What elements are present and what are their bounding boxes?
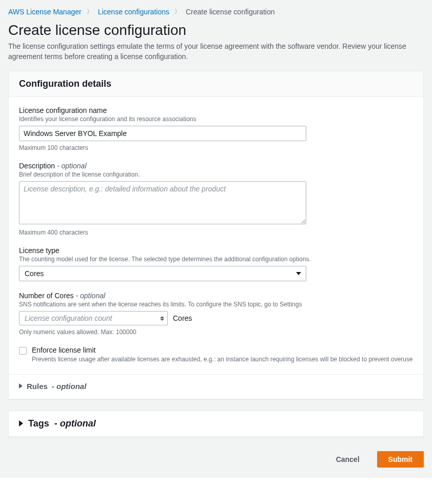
- field-number-cores: Number of Cores - optional SNS notificat…: [19, 292, 413, 336]
- license-type-hint: The counting model used for the license.…: [19, 256, 413, 263]
- page-description: The license configuration settings emula…: [8, 42, 424, 62]
- configuration-details-panel: Configuration details License configurat…: [8, 71, 424, 399]
- breadcrumb-root-link[interactable]: AWS License Manager: [8, 8, 82, 16]
- license-name-constraint: Maximum 100 characters: [19, 144, 413, 151]
- caret-right-icon: [19, 420, 23, 427]
- license-name-label: License configuration name: [19, 106, 413, 114]
- chevron-right-icon: 〉: [174, 7, 181, 16]
- cores-constraint: Only numeric values allowed. Max: 100000: [19, 328, 413, 336]
- field-description: Description - optional Brief description…: [19, 162, 413, 236]
- description-textarea[interactable]: [19, 181, 306, 224]
- number-stepper-icon[interactable]: [160, 316, 164, 321]
- license-type-selected-value: Cores: [19, 266, 306, 281]
- panel-title: Configuration details: [19, 79, 413, 89]
- field-license-type: License type The counting model used for…: [19, 246, 413, 281]
- cancel-button[interactable]: Cancel: [326, 451, 370, 468]
- tags-expander[interactable]: Tags - optional: [19, 418, 413, 429]
- cores-hint: SNS notifications are sent when the lice…: [19, 301, 413, 308]
- description-label: Description: [19, 162, 55, 170]
- cores-placeholder: License configuration count: [25, 314, 112, 322]
- tags-optional: - optional: [54, 418, 96, 429]
- enforce-limit-checkbox[interactable]: [19, 347, 27, 355]
- license-name-input[interactable]: [19, 126, 306, 141]
- enforce-limit-label: Enforce license limit: [32, 346, 413, 354]
- tags-panel: Tags - optional: [8, 411, 424, 437]
- license-name-hint: Identifies your license configuration an…: [19, 115, 413, 123]
- chevron-right-icon: 〉: [87, 7, 93, 16]
- description-optional: - optional: [57, 162, 87, 170]
- cores-unit: Cores: [173, 314, 192, 322]
- submit-button[interactable]: Submit: [377, 451, 424, 468]
- license-type-label: License type: [19, 246, 413, 255]
- breadcrumb: AWS License Manager 〉 License configurat…: [8, 7, 424, 22]
- rules-label: Rules: [27, 382, 48, 391]
- breadcrumb-current: Create license configuration: [186, 8, 275, 16]
- cores-label: Number of Cores: [19, 292, 74, 300]
- caret-down-icon: [296, 272, 301, 275]
- caret-right-icon: [19, 383, 23, 389]
- enforce-limit-desc: Prevents license usage after available l…: [32, 355, 413, 364]
- breadcrumb-parent-link[interactable]: License configurations: [98, 8, 169, 16]
- rules-optional: - optional: [52, 382, 87, 391]
- license-type-select[interactable]: Cores: [19, 266, 306, 281]
- page-title: Create license configuration: [8, 22, 424, 38]
- cores-number-input[interactable]: License configuration count: [19, 311, 168, 325]
- form-actions: Cancel Submit: [8, 448, 424, 468]
- tags-label: Tags: [28, 418, 49, 429]
- rules-expander[interactable]: Rules - optional: [19, 382, 413, 391]
- field-license-name: License configuration name Identifies yo…: [19, 106, 413, 151]
- cores-optional: - optional: [75, 292, 105, 300]
- field-enforce-limit: Enforce license limit Prevents license u…: [19, 346, 413, 364]
- description-hint: Brief description of the license configu…: [19, 171, 413, 178]
- description-constraint: Maximum 400 characters: [19, 229, 413, 236]
